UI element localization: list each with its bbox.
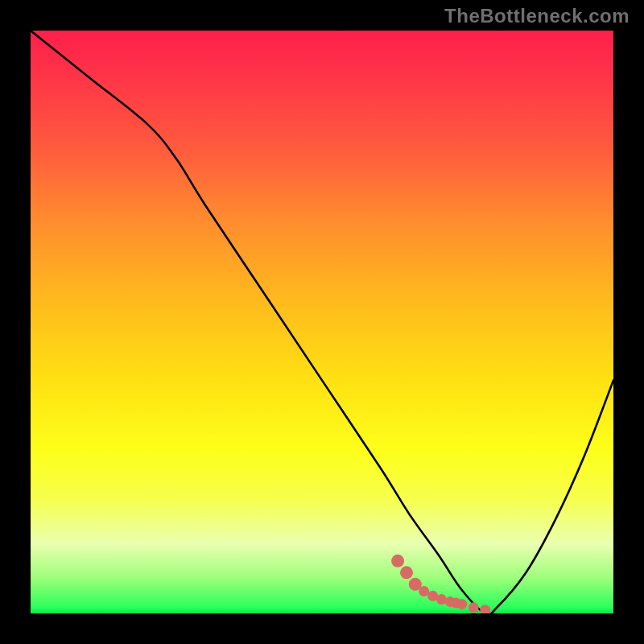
highlight-dot — [400, 566, 413, 579]
chart-stage: TheBottleneck.com — [0, 0, 644, 644]
plot-area — [31, 31, 613, 613]
highlight-dot — [436, 594, 447, 605]
highlight-dot — [480, 605, 490, 613]
watermark-text: TheBottleneck.com — [444, 5, 630, 27]
curve-layer — [31, 31, 613, 613]
bottleneck-curve — [31, 31, 613, 613]
highlight-dot — [469, 602, 479, 613]
highlight-dot — [456, 599, 467, 609]
highlight-dots — [391, 555, 490, 613]
highlight-dot — [391, 555, 404, 568]
